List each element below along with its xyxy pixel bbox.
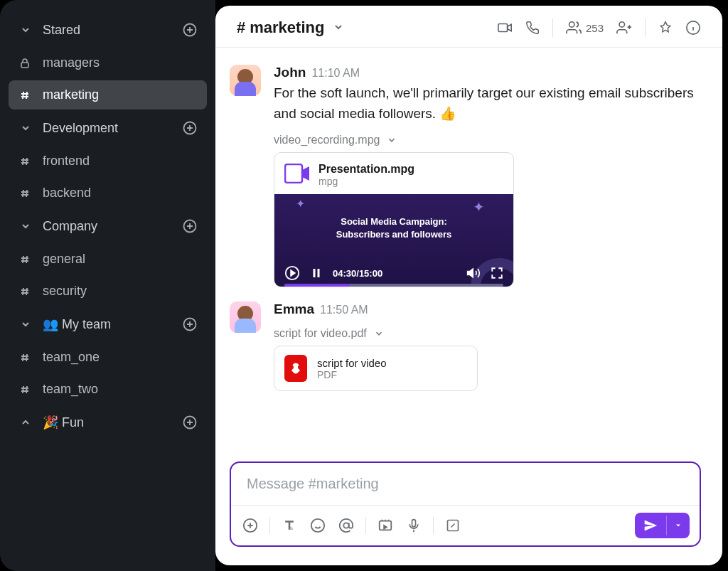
chevron-down-icon <box>17 218 34 235</box>
info-icon[interactable] <box>685 20 701 36</box>
svg-point-8 <box>619 22 624 27</box>
channel-security[interactable]: security <box>9 277 207 306</box>
svg-point-16 <box>343 523 348 528</box>
channel-title[interactable]: # marketing <box>237 18 344 37</box>
add-user-icon[interactable] <box>616 20 632 36</box>
attachment-label[interactable]: video_recording.mpg <box>274 134 701 146</box>
svg-rect-6 <box>498 24 508 32</box>
divider <box>433 517 434 534</box>
svg-rect-1 <box>21 63 28 68</box>
emoji-icon[interactable] <box>309 516 327 535</box>
message-time: 11:50 AM <box>320 304 368 316</box>
channel-frontend[interactable]: frontend <box>9 146 207 176</box>
svg-point-15 <box>311 519 324 532</box>
avatar[interactable] <box>230 301 261 333</box>
section-title: Company <box>43 219 173 234</box>
add-channel-icon[interactable] <box>181 218 198 235</box>
chevron-down-icon <box>17 316 34 333</box>
phone-call-icon[interactable] <box>525 21 540 35</box>
send-button[interactable] <box>635 513 690 538</box>
channel-general[interactable]: general <box>9 245 207 274</box>
sidebar-section-fun[interactable]: 🎉 Fun <box>9 407 207 438</box>
users-icon <box>566 20 582 36</box>
divider <box>552 18 553 37</box>
volume-icon[interactable] <box>466 266 481 280</box>
message: Emma 11:50 AM script for video.pdf scrip… <box>230 301 701 391</box>
add-channel-icon[interactable] <box>181 414 198 431</box>
hash-icon <box>17 90 33 101</box>
messages: John 11:10 AM For the soft launch, we'll… <box>215 48 722 461</box>
message-author[interactable]: Emma <box>274 301 314 317</box>
add-channel-icon[interactable] <box>181 21 198 38</box>
message-text: For the soft launch, we'll primarily tar… <box>274 83 701 124</box>
channel-label: security <box>43 284 87 299</box>
attachment-pdf-card[interactable]: script for video PDF <box>274 346 478 391</box>
chevron-down-icon <box>17 21 34 38</box>
hash-icon <box>17 156 33 167</box>
sidebar: Stared managers marketing Development fr… <box>0 0 215 571</box>
member-count[interactable]: 253 <box>566 20 604 36</box>
attach-icon[interactable] <box>241 516 259 535</box>
message: John 11:10 AM For the soft launch, we'll… <box>230 65 701 287</box>
hash-prefix: # <box>237 18 245 37</box>
pdf-file-icon <box>284 355 307 382</box>
pause-icon[interactable] <box>310 267 323 279</box>
channel-team-one[interactable]: team_one <box>9 343 207 372</box>
send-icon[interactable] <box>635 513 666 538</box>
chevron-down-icon <box>17 119 34 137</box>
attachment-label[interactable]: script for video.pdf <box>274 327 701 340</box>
channel-label: general <box>43 252 85 267</box>
attachment-video-card[interactable]: Presentation.mpg mpg ✦ ✦ Social Media Ca… <box>274 152 514 287</box>
attachment-title: script for video <box>317 357 387 369</box>
topbar-tools: 253 <box>497 18 701 37</box>
composer-input[interactable]: Message #marketing <box>231 463 700 505</box>
compose-icon[interactable] <box>444 516 462 535</box>
fullscreen-icon[interactable] <box>491 267 503 279</box>
pin-icon[interactable] <box>658 21 673 35</box>
svg-rect-10 <box>285 164 302 183</box>
member-count-value: 253 <box>586 22 604 34</box>
section-title: Development <box>43 121 173 136</box>
message-author[interactable]: John <box>274 65 306 80</box>
sidebar-section-company[interactable]: Company <box>9 210 207 242</box>
channel-backend[interactable]: backend <box>9 178 207 208</box>
chevron-down-icon <box>333 18 344 37</box>
channel-marketing[interactable]: marketing <box>9 80 207 110</box>
play-icon[interactable] <box>284 265 300 281</box>
add-channel-icon[interactable] <box>181 119 198 137</box>
sidebar-section-myteam[interactable]: 👥 My team <box>9 309 207 340</box>
video-preview[interactable]: ✦ ✦ Social Media Campaign: Subscribers a… <box>274 194 513 287</box>
add-channel-icon[interactable] <box>181 316 198 333</box>
channel-label: backend <box>43 186 91 201</box>
message-body: John 11:10 AM For the soft launch, we'll… <box>274 65 701 287</box>
message-time: 11:10 AM <box>311 67 360 80</box>
chevron-up-icon <box>17 414 34 431</box>
sidebar-section-stared[interactable]: Stared <box>9 14 207 46</box>
attachment-title: Presentation.mpg <box>318 163 414 176</box>
channel-managers[interactable]: managers <box>9 48 207 78</box>
svg-rect-13 <box>318 269 320 277</box>
hash-icon <box>17 188 33 199</box>
microphone-icon[interactable] <box>405 516 423 535</box>
video-call-icon[interactable] <box>497 20 513 36</box>
divider <box>365 517 366 534</box>
channel-label: managers <box>43 55 100 70</box>
sidebar-section-development[interactable]: Development <box>9 112 207 144</box>
section-title: Stared <box>43 23 173 38</box>
sparkle-icon: ✦ <box>473 198 485 215</box>
record-video-icon[interactable] <box>376 516 395 535</box>
chevron-down-icon <box>387 135 397 145</box>
video-file-icon <box>284 163 310 184</box>
channel-team-two[interactable]: team_two <box>9 375 207 404</box>
channel-label: frontend <box>43 154 90 169</box>
text-format-icon[interactable] <box>280 516 299 535</box>
mention-icon[interactable] <box>337 516 355 535</box>
channel-name: marketing <box>250 18 324 37</box>
video-progress[interactable] <box>284 284 503 287</box>
sparkle-icon: ✦ <box>296 197 305 210</box>
message-composer: Message #marketing <box>230 461 701 547</box>
svg-rect-12 <box>314 269 316 277</box>
send-options-icon[interactable] <box>666 516 690 535</box>
avatar[interactable] <box>230 65 261 96</box>
main-panel: # marketing 253 <box>215 6 722 565</box>
